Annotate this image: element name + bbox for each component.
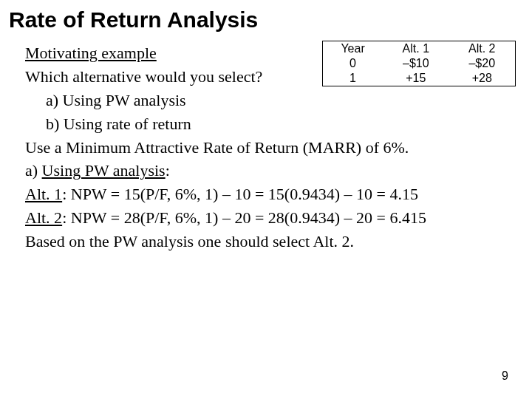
part-a-line: a) Using PW analysis: — [25, 159, 517, 183]
body-text: Motivating example Which alternative wou… — [25, 41, 517, 253]
conclusion-line: Based on the PW analysis one should sele… — [25, 230, 517, 253]
alt1-line: Alt. 1: NPW = 15(P/F, 6%, 1) – 10 = 15(0… — [25, 183, 517, 206]
marr-line: Use a Minimum Attractive Rate of Return … — [25, 136, 517, 160]
option-a: a) Using PW analysis — [25, 89, 517, 112]
motivating-heading: Motivating example — [25, 44, 157, 62]
slide-title: Rate of Return Analysis — [9, 7, 532, 33]
page-number: 9 — [502, 369, 508, 383]
option-b: b) Using rate of return — [25, 112, 517, 136]
alt2-line: Alt. 2: NPW = 28(P/F, 6%, 1) – 20 = 28(0… — [25, 206, 517, 230]
question-line: Which alternative would you select? — [25, 65, 517, 89]
